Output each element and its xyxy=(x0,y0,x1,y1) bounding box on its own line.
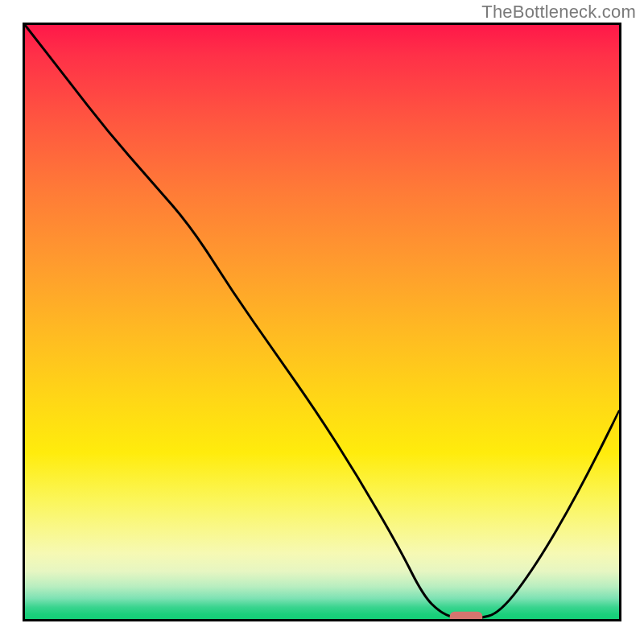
bottleneck-curve xyxy=(25,25,619,619)
flat-marker xyxy=(450,612,483,619)
chart-container: TheBottleneck.com xyxy=(0,0,644,644)
watermark-text: TheBottleneck.com xyxy=(481,2,636,23)
chart-svg xyxy=(25,25,619,619)
